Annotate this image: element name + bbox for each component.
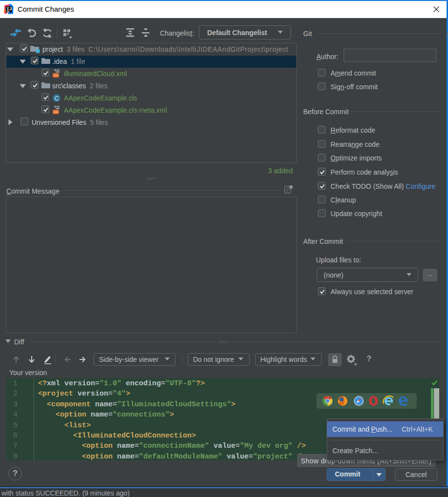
- svg-text:<>: <>: [54, 110, 58, 114]
- svg-text:C: C: [55, 95, 59, 102]
- svg-text:<>: <>: [54, 74, 58, 78]
- svg-text:IJ: IJ: [6, 6, 12, 12]
